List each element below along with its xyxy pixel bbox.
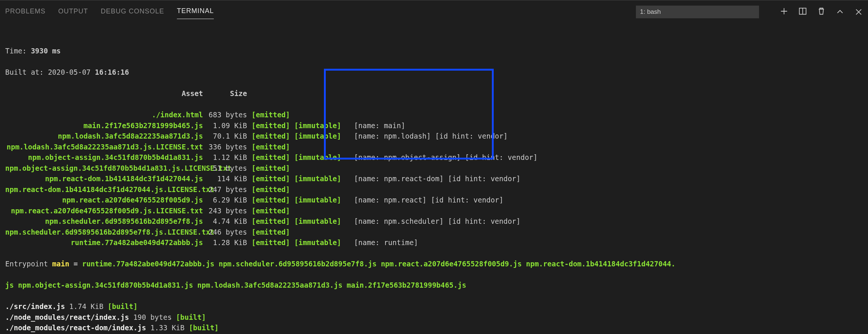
asset-row: runtime.77a482abe049d472abbb.js1.28 KiB[… <box>5 237 863 248</box>
built-date: 2020-05-07 <box>48 68 95 76</box>
new-terminal-icon[interactable] <box>780 7 788 17</box>
asset-row: ./index.html683 bytes[emitted] <box>5 109 863 120</box>
asset-meta: [name: runtime] <box>354 238 418 247</box>
col-asset: Asset <box>5 88 203 99</box>
asset-row: npm.react.a207d6e4765528f005d9.js6.29 Ki… <box>5 195 863 205</box>
tab-debug-console[interactable]: DEBUG CONSOLE <box>101 5 164 19</box>
module-path: ./src/index.js <box>5 302 65 310</box>
asset-name: npm.react-dom.1b414184dc3f1d427044.js.LI… <box>5 184 203 195</box>
emitted-tag: [emitted] <box>252 207 290 215</box>
asset-size: 1.12 KiB <box>203 152 247 163</box>
asset-size: 1.09 KiB <box>203 120 247 131</box>
asset-row: npm.react-dom.1b414184dc3f1d427044.js.LI… <box>5 184 863 195</box>
asset-name: runtime.77a482abe049d472abbb.js <box>5 237 203 248</box>
asset-tags: [emitted] [immutable] [name: runtime] <box>252 237 418 248</box>
emitted-tag: [emitted] <box>252 132 290 140</box>
time-label: Time: <box>5 47 31 55</box>
asset-row: npm.scheduler.6d95895616b2d895e7f8.js.LI… <box>5 227 863 238</box>
asset-meta: [name: main] <box>354 121 405 130</box>
tab-output[interactable]: OUTPUT <box>58 5 88 19</box>
tab-terminal[interactable]: TERMINAL <box>177 5 214 19</box>
asset-name: npm.react-dom.1b414184dc3f1d427044.js <box>5 173 203 184</box>
asset-tags: [emitted] <box>252 205 290 216</box>
asset-meta: [name: npm.object-assign] [id hint: vend… <box>354 153 538 161</box>
asset-name: ./index.html <box>5 109 203 120</box>
asset-name: npm.object-assign.34c51fd870b5b4d1a831.j… <box>5 152 203 163</box>
immutable-tag: [immutable] <box>294 217 341 225</box>
module-path: ./node_modules/react-dom/index.js <box>5 324 146 332</box>
immutable-tag: [immutable] <box>294 238 341 247</box>
asset-size: 683 bytes <box>203 109 247 120</box>
asset-name: npm.react.a207d6e4765528f005d9.js.LICENS… <box>5 205 203 216</box>
built-tag: [built] <box>189 324 219 332</box>
terminal-selector[interactable]: 1: bash <box>636 6 759 18</box>
built-time: 16:16:16 <box>95 68 129 76</box>
asset-size: 51 bytes <box>203 163 247 174</box>
asset-row: main.2f17e563b2781999b465.js1.09 KiB[emi… <box>5 120 863 131</box>
asset-tags: [emitted] <box>252 163 290 174</box>
immutable-tag: [immutable] <box>294 196 341 204</box>
asset-meta: [name: npm.react-dom] [id hint: vendor] <box>354 174 521 183</box>
emitted-tag: [emitted] <box>252 217 290 225</box>
asset-name: npm.scheduler.6d95895616b2d895e7f8.js.LI… <box>5 227 203 238</box>
split-terminal-icon[interactable] <box>799 7 807 17</box>
emitted-tag: [emitted] <box>252 153 290 161</box>
asset-size: 4.74 KiB <box>203 216 247 227</box>
asset-tags: [emitted] [immutable] [name: npm.react] … <box>252 195 503 205</box>
asset-tags: [emitted] <box>252 227 290 238</box>
emitted-tag: [emitted] <box>252 238 290 247</box>
terminal-output[interactable]: Time: 3930 ms Built at: 2020-05-07 16:16… <box>0 21 868 334</box>
asset-tags: [emitted] <box>252 109 290 120</box>
entrypoint-eq: = <box>69 260 82 268</box>
asset-size: 70.1 KiB <box>203 131 247 142</box>
built-tag: [built] <box>176 313 206 321</box>
entrypoint-bundles-2: js npm.object-assign.34c51fd870b5b4d1a83… <box>5 281 466 289</box>
asset-name: npm.lodash.3afc5d8a22235aa871d3.js <box>5 131 203 142</box>
terminal-actions <box>780 7 863 17</box>
col-size: Size <box>203 88 247 99</box>
asset-meta: [name: npm.lodash] [id hint: vendor] <box>354 132 508 140</box>
emitted-tag: [emitted] <box>252 143 290 151</box>
asset-tags: [emitted] [immutable] [name: npm.schedul… <box>252 216 521 227</box>
asset-tags: [emitted] <box>252 142 290 152</box>
asset-name: npm.object-assign.34c51fd870b5b4d1a831.j… <box>5 163 203 174</box>
asset-row: npm.object-assign.34c51fd870b5b4d1a831.j… <box>5 152 863 163</box>
asset-row: npm.object-assign.34c51fd870b5b4d1a831.j… <box>5 163 863 174</box>
entrypoint-prefix: Entrypoint <box>5 260 52 268</box>
emitted-tag: [emitted] <box>252 164 290 172</box>
asset-size: 246 bytes <box>203 227 247 238</box>
entrypoint-name: main <box>52 260 69 268</box>
asset-row: npm.lodash.3afc5d8a22235aa871d3.js.LICEN… <box>5 142 863 152</box>
module-row: ./src/index.js 1.74 KiB [built] <box>5 301 863 312</box>
immutable-tag: [immutable] <box>294 153 341 161</box>
asset-row: npm.scheduler.6d95895616b2d895e7f8.js4.7… <box>5 216 863 227</box>
kill-terminal-icon[interactable] <box>817 7 825 17</box>
emitted-tag: [emitted] <box>252 228 290 236</box>
module-size: 190 bytes <box>129 313 176 321</box>
close-icon[interactable] <box>855 8 863 16</box>
asset-size: 243 bytes <box>203 205 247 216</box>
asset-tags: [emitted] [immutable] [name: npm.lodash]… <box>252 131 508 142</box>
emitted-tag: [emitted] <box>252 185 290 194</box>
entrypoint-bundles-1: runtime.77a482abe049d472abbb.js npm.sche… <box>82 260 675 268</box>
module-row: ./node_modules/react/index.js 190 bytes … <box>5 312 863 323</box>
terminal-selector-label: 1: bash <box>640 8 661 16</box>
asset-tags: [emitted] [immutable] [name: main] <box>252 120 405 131</box>
asset-name: npm.lodash.3afc5d8a22235aa871d3.js.LICEN… <box>5 142 203 152</box>
asset-meta: [name: npm.react] [id hint: vendor] <box>354 196 503 204</box>
immutable-tag: [immutable] <box>294 132 341 140</box>
built-label: Built at: <box>5 68 48 76</box>
asset-size: 247 bytes <box>203 184 247 195</box>
asset-row: npm.lodash.3afc5d8a22235aa871d3.js70.1 K… <box>5 131 863 142</box>
asset-size: 114 KiB <box>203 173 247 184</box>
emitted-tag: [emitted] <box>252 121 290 130</box>
panel-tabs: PROBLEMS OUTPUT DEBUG CONSOLE TERMINAL 1… <box>0 3 868 21</box>
asset-name: npm.scheduler.6d95895616b2d895e7f8.js <box>5 216 203 227</box>
asset-size: 1.28 KiB <box>203 237 247 248</box>
module-size: 1.33 KiB <box>146 324 189 332</box>
asset-name: npm.react.a207d6e4765528f005d9.js <box>5 195 203 205</box>
tab-problems[interactable]: PROBLEMS <box>5 5 46 19</box>
chevron-up-icon[interactable] <box>836 8 844 16</box>
asset-meta: [name: npm.scheduler] [id hint: vendor] <box>354 217 521 225</box>
module-row: ./node_modules/react-dom/index.js 1.33 K… <box>5 322 863 333</box>
